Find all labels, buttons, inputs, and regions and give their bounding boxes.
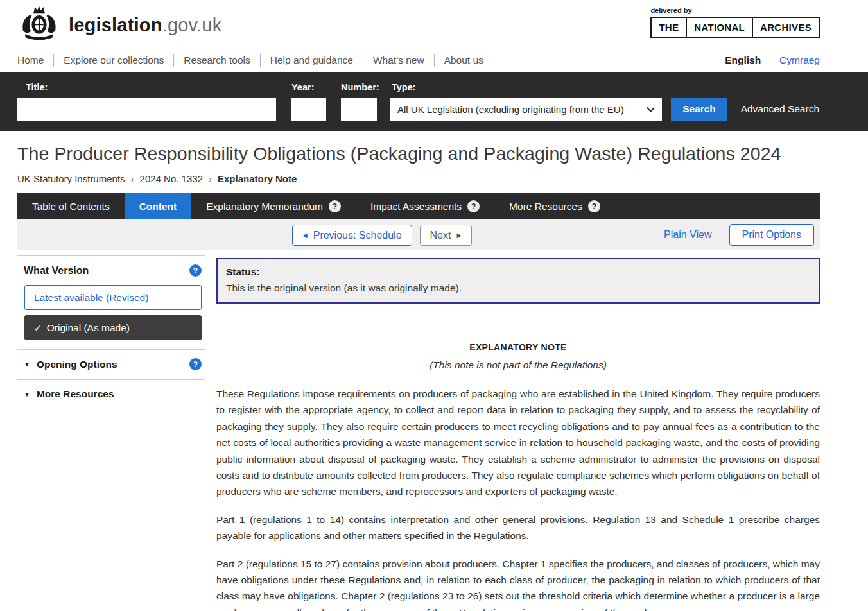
national-archives-logo: THE NATIONAL ARCHIVES [650,17,820,38]
tab-table-of-contents[interactable]: Table of Contents [17,193,125,219]
content-toolbar: ◀ Previous: Schedule Next ▶ Plain View P… [17,219,820,250]
site-header: legislation.gov.uk delivered by THE NATI… [17,0,820,49]
breadcrumb-uk-statutory-instruments[interactable]: UK Statutory Instruments [17,173,125,184]
tab-explanatory-memorandum[interactable]: Explanatory Memorandum ? [191,193,356,219]
triangle-left-icon: ◀ [302,232,308,239]
status-label: Status: [226,266,810,278]
search-button[interactable]: Search [671,98,727,121]
help-icon[interactable]: ? [189,264,202,277]
paragraph: Part 1 (regulations 1 to 14) contains in… [216,512,820,544]
type-label: Type: [392,82,416,92]
opening-options-toggle[interactable]: ▼Opening Options ? [24,358,202,370]
explanatory-note-heading: EXPLANATORY NOTE [216,342,820,352]
what-version-section: What Version ? Latest available (Revised… [17,256,205,350]
title-label: Title: [26,82,48,92]
status-box: Status: This is the original version (as… [216,258,820,304]
search-bar: Title: Year: Number: Type: All UK Legisl… [0,72,868,131]
checkmark-icon: ✓ [34,323,42,333]
document-content: Status: This is the original version (as… [216,255,820,611]
number-label: Number: [341,82,379,92]
explanatory-note-subheading: (This note is not part of the Regulation… [216,359,820,371]
help-icon[interactable]: ? [588,200,600,212]
tab-impact-assessments[interactable]: Impact Assessments ? [356,193,494,219]
help-icon[interactable]: ? [329,200,341,212]
language-english[interactable]: English [716,55,770,66]
help-icon[interactable]: ? [189,358,202,370]
breadcrumb-separator-icon: › [131,173,134,184]
crown-logo-icon [17,5,61,45]
page-title: The Producer Responsibility Obligations … [17,142,820,165]
status-text: This is the original version (as it was … [226,282,810,294]
triangle-down-icon: ▼ [24,361,30,368]
plain-view-link[interactable]: Plain View [664,229,711,241]
version-original-button[interactable]: ✓Original (As made) [24,315,202,340]
nav-research-tools[interactable]: Research tools [174,55,259,66]
next-button[interactable]: Next ▶ [420,225,473,246]
nav-whats-new[interactable]: What's new [363,55,434,66]
print-options-button[interactable]: Print Options [729,224,814,246]
type-select[interactable]: All UK Legislation (excluding originatin… [390,98,662,121]
breadcrumb-explanatory-note: Explanatory Note [218,173,297,184]
nav-explore-collections[interactable]: Explore our collections [54,55,173,66]
delivered-by-label: delivered by [650,6,820,14]
options-sidebar: What Version ? Latest available (Revised… [17,255,205,409]
previous-button[interactable]: ◀ Previous: Schedule [292,225,412,246]
more-resources-section: ▼More Resources [17,380,205,409]
breadcrumb-separator-icon: › [209,173,212,184]
triangle-right-icon: ▶ [456,232,462,239]
opening-options-section: ▼Opening Options ? [17,350,205,380]
title-input[interactable] [17,98,276,121]
triangle-down-icon: ▼ [24,391,30,398]
number-input[interactable] [341,98,377,121]
nav-home[interactable]: Home [17,55,53,66]
language-cymraeg[interactable]: Cymraeg [770,55,820,66]
site-title: legislation.gov.uk [69,15,221,36]
what-version-heading: What Version [24,265,89,277]
tab-more-resources[interactable]: More Resources ? [494,193,615,219]
year-label: Year: [291,82,314,92]
version-latest-button[interactable]: Latest available (Revised) [24,285,202,310]
main-nav: Home Explore our collections Research to… [17,49,820,72]
advanced-search-link[interactable]: Advanced Search [741,98,819,121]
breadcrumb: UK Statutory Instruments › 2024 No. 1332… [17,173,820,184]
year-input[interactable] [291,98,326,121]
tna-logo: delivered by THE NATIONAL ARCHIVES [650,6,820,38]
nav-about-us[interactable]: About us [435,55,493,66]
nav-help-guidance[interactable]: Help and guidance [261,55,363,66]
breadcrumb-instrument-number[interactable]: 2024 No. 1332 [140,173,203,184]
paragraph: These Regulations impose requirements on… [216,386,820,500]
more-resources-toggle[interactable]: ▼More Resources [24,388,202,400]
view-tabs: Table of Contents Content Explanatory Me… [17,193,820,219]
tab-content[interactable]: Content [125,193,192,219]
help-icon[interactable]: ? [467,200,480,212]
paragraph: Part 2 (regulations 15 to 27) contains p… [216,556,820,611]
